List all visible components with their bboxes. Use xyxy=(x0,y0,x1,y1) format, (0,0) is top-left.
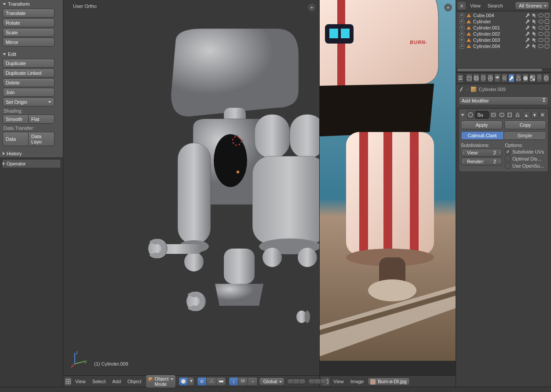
editor-type-icon[interactable] xyxy=(65,377,71,385)
outliner-item[interactable]: +Cube.004 xyxy=(456,12,551,18)
modifiers-tab-icon[interactable] xyxy=(508,74,515,82)
subdivide-uvs-checkbox[interactable] xyxy=(505,149,511,154)
editor-type-icon[interactable]: ☰ xyxy=(458,74,463,82)
mirror-button[interactable]: Mirror xyxy=(3,38,55,47)
copy-button[interactable]: Copy xyxy=(504,121,546,129)
view-menu[interactable]: View xyxy=(73,379,88,384)
render-icon[interactable] xyxy=(545,32,549,36)
render-tab-icon[interactable] xyxy=(466,74,472,82)
manip-translate-icon[interactable]: ↕ xyxy=(229,377,238,386)
data-tab-icon[interactable] xyxy=(515,74,522,82)
physics-tab-icon[interactable] xyxy=(543,74,549,82)
select-menu[interactable]: Select xyxy=(90,379,109,384)
image-file-dropdown[interactable]: Burn-e-DI.jpg xyxy=(368,377,409,385)
add-modifier-dropdown[interactable]: Add Modifier xyxy=(459,96,548,105)
manip-rotate-icon[interactable]: ⟳ xyxy=(238,377,248,386)
render-icon[interactable] xyxy=(545,13,549,18)
view-subdiv-field[interactable]: View:2 xyxy=(461,149,502,157)
outliner-item[interactable]: +Cylinder xyxy=(456,18,551,25)
rotate-button[interactable]: Rotate xyxy=(3,18,55,27)
delete-button[interactable]: Delete xyxy=(3,78,55,87)
duplicate-linked-button[interactable]: Duplicate Linked xyxy=(3,69,55,77)
add-menu[interactable]: Add xyxy=(109,379,124,384)
eye-icon[interactable] xyxy=(538,20,544,23)
flat-button[interactable]: Flat xyxy=(29,115,55,124)
image-menu[interactable]: Image xyxy=(348,379,367,384)
outliner-search-menu[interactable]: Search xyxy=(485,3,506,8)
move-up-icon[interactable]: ▴ xyxy=(523,111,530,119)
pin-icon[interactable] xyxy=(458,86,465,93)
pivot-icon[interactable] xyxy=(197,377,207,386)
eye-icon[interactable] xyxy=(538,44,544,48)
data-layout-button[interactable]: Data Layo xyxy=(29,132,55,146)
particles-tab-icon[interactable]: ∴ xyxy=(536,74,542,82)
render-icon[interactable] xyxy=(545,38,549,42)
operator-panel-header[interactable]: Operator xyxy=(3,160,60,168)
layers-grid-1[interactable] xyxy=(287,379,306,384)
outliner-view-menu[interactable]: View xyxy=(467,3,483,8)
move-down-icon[interactable]: ▾ xyxy=(531,111,538,119)
svg-rect-46 xyxy=(337,0,345,92)
constraints-tab-icon[interactable] xyxy=(501,74,507,82)
render-icon[interactable] xyxy=(545,44,549,48)
orientation-dropdown[interactable]: Global xyxy=(259,377,285,385)
optimal-display-checkbox[interactable] xyxy=(505,156,511,161)
delete-modifier-icon[interactable]: ✕ xyxy=(539,111,546,119)
viewport-plus-button[interactable]: + xyxy=(308,4,316,11)
edit-panel-header[interactable]: Edit xyxy=(0,50,63,58)
outliner-item[interactable]: +Cylinder.002 xyxy=(456,31,551,37)
set-origin-dropdown[interactable]: Set Origin xyxy=(3,98,55,106)
catmull-clark-toggle[interactable]: Catmull-Clark xyxy=(461,131,504,140)
texture-tab-icon[interactable] xyxy=(529,74,536,82)
history-panel-header[interactable]: History xyxy=(0,150,63,158)
simple-toggle[interactable]: Simple xyxy=(504,131,547,140)
world-tab-icon[interactable] xyxy=(487,74,493,82)
data-button[interactable]: Data xyxy=(3,132,29,146)
outliner-scrollbar[interactable] xyxy=(456,68,551,72)
render-layers-tab-icon[interactable] xyxy=(473,74,479,82)
modifier-name-input[interactable] xyxy=(475,111,489,119)
render-icon[interactable] xyxy=(545,19,549,24)
eye-icon[interactable] xyxy=(538,26,544,29)
render-subdiv-field[interactable]: Render:2 xyxy=(461,158,502,165)
image-editor-viewport[interactable]: BURN- + xyxy=(320,0,456,375)
image-view-menu[interactable]: View xyxy=(331,379,347,384)
shading-dropdown-icon[interactable] xyxy=(188,377,194,386)
3d-viewport[interactable]: User Ortho + xyxy=(63,0,319,375)
disclosure-down-icon[interactable] xyxy=(461,114,464,116)
image-plus-button[interactable]: + xyxy=(444,4,452,11)
layers-grid-2[interactable] xyxy=(308,379,327,384)
manipulator-icon[interactable] xyxy=(207,377,216,386)
object-tab-icon[interactable] xyxy=(494,74,500,82)
join-button[interactable]: Join xyxy=(3,88,55,97)
scene-tab-icon[interactable] xyxy=(480,74,486,82)
eye-icon[interactable] xyxy=(538,32,544,36)
scenes-dropdown[interactable]: All Scenes xyxy=(515,2,549,10)
editor-type-icon[interactable]: ≡ xyxy=(458,2,466,10)
outliner-tree[interactable]: +Cube.004 +Cylinder +Cylinder.001 +Cylin… xyxy=(456,11,551,68)
eye-icon[interactable] xyxy=(538,14,544,17)
translate-button[interactable]: Translate xyxy=(3,9,55,18)
transform-panel-header[interactable]: Transform xyxy=(0,0,63,8)
svg-point-14 xyxy=(263,248,282,267)
mode-dropdown[interactable]: Object Mode xyxy=(146,375,176,388)
eye-icon[interactable] xyxy=(538,38,544,42)
show-render-icon[interactable] xyxy=(490,111,497,119)
outliner-item[interactable]: +Cylinder.003 xyxy=(456,37,551,43)
duplicate-button[interactable]: Duplicate xyxy=(3,59,55,68)
use-opensubdiv-checkbox[interactable] xyxy=(505,163,511,169)
apply-button[interactable]: Apply xyxy=(461,121,503,129)
outliner-item[interactable]: +Cylinder.004 xyxy=(456,43,551,49)
manip-scale-icon[interactable]: ▫ xyxy=(248,377,258,386)
object-menu[interactable]: Object xyxy=(125,379,144,384)
material-tab-icon[interactable] xyxy=(522,74,529,82)
show-viewport-icon[interactable] xyxy=(498,111,505,119)
scale-button[interactable]: Scale xyxy=(3,28,55,37)
shading-solid-icon[interactable] xyxy=(179,377,188,386)
outliner-item[interactable]: +Cylinder.001 xyxy=(456,25,551,31)
layers-icon[interactable] xyxy=(216,377,226,386)
render-icon[interactable] xyxy=(545,26,549,30)
smooth-button[interactable]: Smooth xyxy=(3,115,29,124)
show-editmode-icon[interactable] xyxy=(506,111,513,119)
show-cage-icon[interactable] xyxy=(514,111,521,119)
